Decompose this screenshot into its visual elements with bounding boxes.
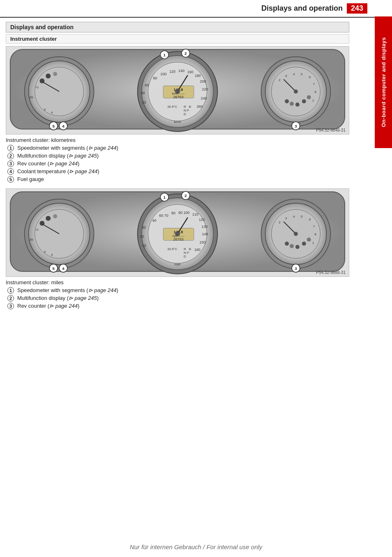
list-km: 1 Speedometer with segments (⊳ page 244)… <box>6 145 349 183</box>
svg-text:40: 40 <box>141 91 145 95</box>
svg-text:20.5°C: 20.5°C <box>167 105 178 109</box>
main-content: Displays and operation Instrument cluste… <box>0 18 374 315</box>
list-text-miles-3: Rev counter (⊳ page 244) <box>17 303 79 309</box>
svg-text:1: 1 <box>312 99 314 102</box>
svg-text:4: 4 <box>293 72 295 76</box>
svg-text:220: 220 <box>202 87 208 91</box>
list-num-miles-3: 3 <box>7 303 14 309</box>
svg-text:80: 80 <box>153 76 157 80</box>
svg-text:B: B <box>189 247 191 251</box>
svg-point-125 <box>294 232 298 236</box>
caption-2: Instrument cluster: miles <box>6 279 349 285</box>
svg-point-119 <box>285 241 289 246</box>
svg-text:90 100: 90 100 <box>178 211 189 215</box>
svg-text:200: 200 <box>200 79 206 84</box>
list-num-5: 5 <box>7 176 14 183</box>
svg-text:40: 40 <box>152 218 156 223</box>
svg-text:80-: 80- <box>30 238 34 241</box>
svg-text:4: 4 <box>293 215 295 218</box>
list-text-km-1: Speedometer with segments (⊳ page 244) <box>17 145 118 151</box>
svg-text:240: 240 <box>201 96 207 100</box>
list-text-miles-2: Multifunction display (⊳ page 245) <box>17 295 99 301</box>
svg-text:20: 20 <box>142 100 146 104</box>
svg-text:5: 5 <box>301 72 303 76</box>
list-item-km-5: 5 Fuel gauge <box>6 176 349 183</box>
instrument-cluster-image-miles: -½ 80- 5 4 40 60 70 80 90 100 110 120 13… <box>6 188 349 277</box>
svg-point-6 <box>53 72 57 76</box>
svg-text:26753: 26753 <box>173 237 184 241</box>
svg-text:4: 4 <box>62 124 65 128</box>
svg-text:20.5°C: 20.5°C <box>167 247 178 251</box>
svg-text:20: 20 <box>140 234 144 239</box>
svg-text:7: 7 <box>313 82 315 86</box>
subsection-header: Instrument cluster <box>6 34 349 44</box>
svg-text:100: 100 <box>160 72 166 76</box>
svg-point-51 <box>285 99 289 103</box>
svg-text:2: 2 <box>279 78 281 82</box>
svg-text:4: 4 <box>51 253 53 257</box>
list-text-km-5: Fuel gauge <box>17 176 44 182</box>
svg-text:2: 2 <box>279 220 281 224</box>
list-item-km-3: 3 Rev counter (⊳ page 244) <box>6 160 349 167</box>
svg-text:60 70: 60 70 <box>159 214 168 218</box>
list-item-miles-3: 3 Rev counter (⊳ page 244) <box>6 303 349 309</box>
svg-text:150: 150 <box>200 240 206 244</box>
svg-text:6: 6 <box>309 75 311 79</box>
svg-text:6: 6 <box>309 218 311 221</box>
svg-text:5: 5 <box>44 108 46 111</box>
svg-text:D: D <box>184 112 186 116</box>
list-text-km-3: Rev counter (⊳ page 244) <box>17 160 79 167</box>
image-ref-2: P54.32-9888-31 <box>316 270 346 275</box>
header-bar: Displays and operation 243 <box>0 0 392 18</box>
list-item-km-1: 1 Speedometer with segments (⊳ page 244) <box>6 145 349 151</box>
svg-text:110: 110 <box>192 212 198 216</box>
svg-point-123 <box>307 237 311 241</box>
svg-text:-½: -½ <box>35 86 39 89</box>
svg-text:mph: mph <box>174 262 180 266</box>
svg-text:80-: 80- <box>30 96 34 99</box>
svg-text:26753: 26753 <box>173 95 184 99</box>
svg-text:1: 1 <box>163 195 166 200</box>
svg-text:5: 5 <box>44 250 46 254</box>
list-text-miles-1: Speedometer with segments (⊳ page 244) <box>17 287 118 293</box>
svg-text:1: 1 <box>163 53 166 57</box>
svg-point-122 <box>302 241 306 246</box>
svg-text:D: D <box>184 255 186 258</box>
svg-text:140: 140 <box>202 232 208 236</box>
svg-text:8: 8 <box>315 90 317 94</box>
svg-text:180: 180 <box>195 74 201 78</box>
svg-text:120: 120 <box>169 70 175 74</box>
list-num-miles-2: 2 <box>7 295 14 302</box>
svg-text:3: 3 <box>285 216 287 220</box>
list-item-km-4: 4 Coolant temperature (⊳ page 244) <box>6 168 349 175</box>
svg-point-5 <box>46 74 51 79</box>
svg-text:R: R <box>184 247 186 251</box>
list-item-miles-1: 1 Speedometer with segments (⊳ page 244) <box>6 287 349 294</box>
svg-text:3: 3 <box>285 74 287 78</box>
list-num-1: 1 <box>7 145 14 151</box>
svg-text:B: B <box>189 105 191 109</box>
svg-text:4: 4 <box>62 266 65 271</box>
svg-point-38 <box>175 89 180 94</box>
svg-text:5: 5 <box>52 124 55 128</box>
list-item-miles-2: 2 Multifunction display (⊳ page 245) <box>6 295 349 302</box>
svg-point-54 <box>302 99 306 103</box>
svg-text:N P: N P <box>184 251 189 255</box>
footer-watermark: Nur für internen Gebrauch / For internal… <box>0 543 392 550</box>
header-title: Displays and operation <box>261 4 343 13</box>
svg-point-53 <box>295 102 300 107</box>
section-header: Displays and operation <box>6 22 349 32</box>
svg-text:140: 140 <box>178 69 184 73</box>
image-ref-1: P54.32-9848-31 <box>316 128 346 132</box>
svg-text:130: 130 <box>202 225 208 229</box>
svg-point-55 <box>307 95 311 99</box>
svg-text:N P: N P <box>184 109 189 112</box>
svg-text:10: 10 <box>142 244 146 248</box>
svg-point-57 <box>294 90 298 94</box>
list-text-km-2: Multifunction display (⊳ page 245) <box>17 153 99 159</box>
svg-point-52 <box>290 102 294 106</box>
instrument-cluster-image-km: -½ 80- 5 4 80 100 120 140 160 180 200 22… <box>6 46 349 135</box>
svg-text:30: 30 <box>142 225 146 230</box>
list-miles: 1 Speedometer with segments (⊳ page 244)… <box>6 287 349 309</box>
page-number: 243 <box>347 3 367 14</box>
